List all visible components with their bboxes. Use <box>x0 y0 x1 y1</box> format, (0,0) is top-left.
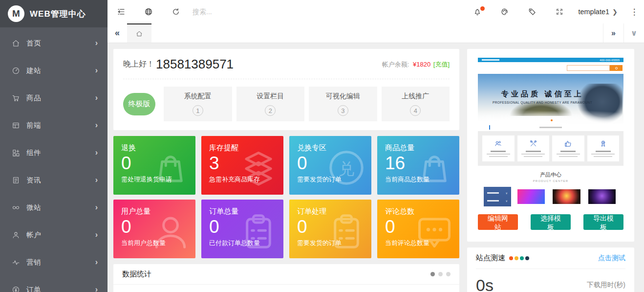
stat-card-total-products[interactable]: 商品总量 16 当前商品总数量 <box>377 136 459 195</box>
layers-icon <box>237 147 279 189</box>
chart-title: 订单成交量 <box>113 285 459 292</box>
chevron-right-icon: › <box>95 121 98 130</box>
feature-card-team <box>482 135 515 161</box>
step-go-live[interactable]: 上线推广 4 <box>382 87 450 121</box>
tabs-menu-chevron-down-icon[interactable]: ∨ <box>623 23 644 43</box>
stat-card-total-comments[interactable]: 评论总数 0 当前评论总数量 <box>377 200 459 258</box>
speed-test-body: 0s 下载用时(秒) <box>476 269 625 292</box>
sidebar-item-label: 建站 <box>26 66 95 75</box>
step-number: 2 <box>265 105 276 116</box>
sidebar-item-orders[interactable]: 订单 › <box>0 276 107 292</box>
preview-caption-row <box>478 124 623 131</box>
team-icon <box>494 139 502 148</box>
onboarding-steps: 终极版 系统配置 1 设置栏目 2 可视化编辑 3 上线推广 <box>123 87 450 121</box>
news-icon <box>11 176 20 184</box>
export-template-button[interactable]: 导出模板 <box>583 214 623 230</box>
speed-dot <box>515 256 518 260</box>
magnifier-icon <box>615 67 618 69</box>
chevron-right-icon: › <box>95 285 98 292</box>
notification-bell-icon[interactable] <box>464 0 491 23</box>
sidebar-item-account[interactable]: 帐户 › <box>0 221 107 248</box>
search-input[interactable] <box>193 8 300 16</box>
globe-icon[interactable] <box>135 0 162 23</box>
bag-icon <box>413 147 455 189</box>
sidebar-item-label: 订单 <box>26 285 95 292</box>
sidebar-item-label: 商品 <box>26 93 95 103</box>
step-number: 4 <box>410 105 421 116</box>
sidebar-item-label: 组件 <box>26 148 95 157</box>
stat-card-order-processing[interactable]: 订单处理 0 需要发货的订单 <box>289 200 371 258</box>
search-box <box>193 7 464 16</box>
speed-value-label: 下载用时(秒) <box>587 281 625 290</box>
choose-template-button[interactable]: 选择模板 <box>531 214 571 230</box>
template-actions: 编辑网站 选择模板 导出模板 <box>478 214 623 230</box>
carousel-dot[interactable] <box>430 272 435 276</box>
collapse-sidebar-icon[interactable] <box>107 0 135 23</box>
stat-card-returns[interactable]: 退换 0 需处理退换货申请 <box>113 136 195 195</box>
sidebar-item-products[interactable]: 商品 › <box>0 84 107 112</box>
speed-test-card: 站点测速 点击测试 0s 下载用时(秒) <box>467 247 634 292</box>
tabs-scroll-left-icon[interactable]: « <box>107 23 127 43</box>
product-section-heading: 产品中心 PRODUCT CENTER <box>478 166 623 184</box>
layout-icon <box>11 121 20 130</box>
tab-home[interactable] <box>127 23 151 43</box>
balance-amount: ¥1820 <box>413 61 430 68</box>
speed-dot <box>520 256 524 260</box>
clipboard-icon <box>237 210 279 252</box>
sidebar-item-micro-site[interactable]: 微站 › <box>0 194 107 221</box>
chevron-right-icon: › <box>95 93 98 102</box>
tabs-scroll-right-icon[interactable]: » <box>603 23 623 43</box>
sidebar-item-label: 首页 <box>26 39 95 48</box>
recharge-link[interactable]: [充值] <box>433 61 450 68</box>
palette-icon[interactable] <box>491 0 518 23</box>
more-menu-icon[interactable]: ⋮ <box>624 0 644 23</box>
run-speed-test-link[interactable]: 点击测试 <box>598 254 625 263</box>
stats-grid: 退换 0 需处理退换货申请 库存提醒 3 急需补充商品库存 兑换专区 0 需要发… <box>113 136 459 258</box>
carousel-dot[interactable] <box>446 272 451 276</box>
account-balance: 帐户余额: ¥1820 [充值] <box>382 60 450 69</box>
sidebar-item-site-builder[interactable]: 建站 › <box>0 57 107 84</box>
notification-dot <box>480 6 485 11</box>
sidebar-item-frontend[interactable]: 前端 › <box>0 112 107 139</box>
svg-text:兑: 兑 <box>339 160 354 178</box>
speed-dot <box>525 256 529 260</box>
sidebar-item-news[interactable]: 资讯 › <box>0 166 107 194</box>
chevron-right-icon: › <box>95 148 98 157</box>
stat-card-total-users[interactable]: 用户总量 0 当前用户总数量 <box>113 200 195 258</box>
tabbar-right-controls: » ∨ <box>603 23 644 43</box>
step-system-config[interactable]: 系统配置 1 <box>164 87 232 121</box>
product-title: 产品中心 <box>478 171 623 179</box>
preview-phone: 400-000-65555 <box>600 59 620 62</box>
comment-icon <box>413 210 455 252</box>
speed-value: 0s <box>476 276 494 292</box>
content: 晚上好！ 18581389571 帐户余额: ¥1820 [充值] 终极版 系统… <box>107 43 644 292</box>
sidebar-item-home[interactable]: 首页 › <box>0 29 107 57</box>
app-logo: M WEB管理中心 <box>0 0 107 27</box>
refresh-icon[interactable] <box>162 0 190 23</box>
sidebar-item-label: 微站 <box>26 203 95 212</box>
hero-subtitle: PROFESSIONAL QUALITY AND HONESTY ARE PAR… <box>478 101 607 104</box>
sidebar-item-marketing[interactable]: 营销 › <box>0 248 107 276</box>
step-label: 设置栏目 <box>257 92 284 101</box>
home-icon <box>135 30 143 38</box>
stat-card-stock-alert[interactable]: 库存提醒 3 急需补充商品库存 <box>201 136 283 195</box>
template-selector[interactable]: template1 ❯ <box>573 8 624 16</box>
stat-card-exchange-zone[interactable]: 兑换专区 0 需要发货的订单 兑 <box>289 136 371 195</box>
chevron-right-icon: › <box>95 230 98 239</box>
logo-m-icon: M <box>8 5 24 22</box>
preview-welcome-text <box>482 59 499 61</box>
sidebar-item-label: 前端 <box>26 121 95 130</box>
tag-icon[interactable] <box>518 0 546 23</box>
edit-site-button[interactable]: 编辑网站 <box>478 214 518 230</box>
product-thumbnail <box>515 187 547 206</box>
sidebar-item-components[interactable]: 组件 › <box>0 139 107 166</box>
infinity-icon <box>11 203 20 212</box>
step-set-columns[interactable]: 设置栏目 2 <box>236 87 305 121</box>
fullscreen-icon[interactable] <box>546 0 573 23</box>
stat-card-total-orders[interactable]: 订单总量 0 已付款订单总数量 <box>201 200 283 258</box>
feature-card-quality <box>587 135 620 161</box>
carousel-dot[interactable] <box>438 272 443 276</box>
left-column: 晚上好！ 18581389571 帐户余额: ¥1820 [充值] 终极版 系统… <box>113 49 459 292</box>
preview-search-button <box>610 65 623 71</box>
step-visual-edit[interactable]: 可视化编辑 3 <box>309 87 377 121</box>
